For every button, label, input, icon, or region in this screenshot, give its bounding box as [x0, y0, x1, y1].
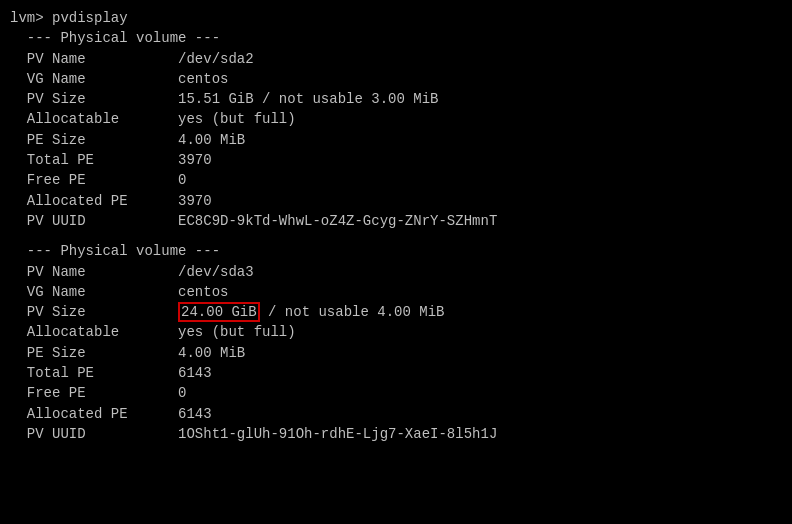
section1-row-frepe: Free PE 0 [10, 170, 782, 190]
section2-row-pvuuid: PV UUID 1OSht1-glUh-91Oh-rdhE-Ljg7-XaeI-… [10, 424, 782, 444]
section2-row-pvname: PV Name /dev/sda3 [10, 262, 782, 282]
section1-row-vgname: VG Name centos [10, 69, 782, 89]
section1-row-pvuuid: PV UUID EC8C9D-9kTd-WhwL-oZ4Z-Gcyg-ZNrY-… [10, 211, 782, 231]
section1-header: --- Physical volume --- [10, 28, 782, 48]
prompt-line: lvm> pvdisplay [10, 8, 782, 28]
section1-row-pvsize: PV Size 15.51 GiB / not usable 3.00 MiB [10, 89, 782, 109]
section2-row-allocatable: Allocatable yes (but full) [10, 322, 782, 342]
terminal-window: lvm> pvdisplay --- Physical volume --- P… [10, 8, 782, 516]
section2-row-pvsize: PV Size 24.00 GiB / not usable 4.00 MiB [10, 302, 782, 322]
section1-row-pvname: PV Name /dev/sda2 [10, 49, 782, 69]
section1-row-totpe: Total PE 3970 [10, 150, 782, 170]
section1-row-allocpe: Allocated PE 3970 [10, 191, 782, 211]
section2-row-vgname: VG Name centos [10, 282, 782, 302]
section1-row-pesize: PE Size 4.00 MiB [10, 130, 782, 150]
pvsize-highlight: 24.00 GiB [178, 302, 260, 322]
section2-header: --- Physical volume --- [10, 241, 782, 261]
section2-row-allocpe: Allocated PE 6143 [10, 404, 782, 424]
section2-row-totpe: Total PE 6143 [10, 363, 782, 383]
section2-row-pesize: PE Size 4.00 MiB [10, 343, 782, 363]
section2-row-frepe: Free PE 0 [10, 383, 782, 403]
section1-row-allocatable: Allocatable yes (but full) [10, 109, 782, 129]
